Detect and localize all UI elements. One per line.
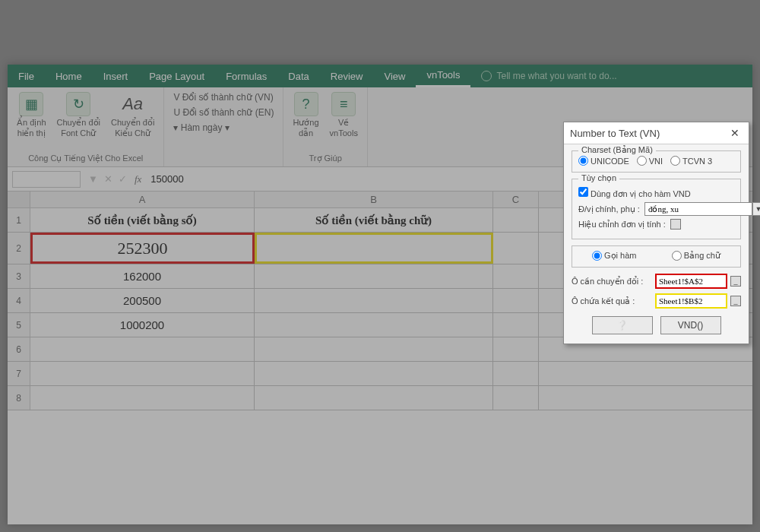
select-all-corner[interactable] (8, 192, 30, 207)
cell[interactable] (493, 362, 539, 385)
tell-me[interactable]: Tell me what you want to do... (470, 65, 752, 87)
cell[interactable] (30, 362, 255, 385)
cell-B5[interactable] (255, 313, 493, 337)
row-header[interactable]: 8 (8, 386, 30, 410)
radio-input[interactable] (592, 251, 602, 261)
btn-date-funcs[interactable]: ▾ Hàm ngày ▾ (170, 121, 277, 135)
cancel-icon[interactable]: ✕ (101, 173, 116, 185)
cell[interactable] (493, 233, 539, 264)
cell[interactable] (30, 337, 255, 361)
cell-A1[interactable]: Số tiền (viết bằng số) (30, 208, 255, 232)
help-button[interactable]: ❔ (592, 316, 653, 334)
tab-pagelayout[interactable]: Page Layout (138, 65, 215, 87)
cell[interactable] (255, 386, 493, 410)
cell-A5[interactable]: 1000200 (30, 313, 255, 337)
row-header[interactable]: 3 (8, 264, 30, 288)
dropdown-icon[interactable]: ▼ (752, 202, 760, 216)
close-icon[interactable]: ✕ (727, 127, 743, 139)
cell-B1[interactable]: Số tiền (viết bằng chữ) (255, 208, 493, 232)
tab-data[interactable]: Data (277, 65, 319, 87)
cell[interactable] (493, 208, 539, 232)
cell-A4[interactable]: 200500 (30, 289, 255, 312)
tell-me-text: Tell me what you want to do... (496, 71, 616, 81)
group-label (170, 153, 277, 165)
btn-convert-style[interactable]: AaChuyển đổi Kiểu Chữ (108, 90, 157, 141)
cell[interactable] (255, 337, 493, 361)
cell[interactable] (255, 362, 493, 385)
radio-input[interactable] (672, 251, 682, 261)
cell[interactable] (493, 264, 539, 288)
radio-input[interactable] (637, 156, 647, 166)
src-cell-label: Ô cần chuyển đổi : (572, 277, 652, 287)
row-header[interactable]: 2 (8, 233, 30, 264)
tab-home[interactable]: Home (45, 65, 93, 87)
radio-call-func[interactable]: Gọi hàm (592, 251, 636, 261)
range-picker-icon[interactable]: _ (730, 276, 741, 287)
btn-guide[interactable]: ?Hướng dẫn (290, 90, 321, 141)
btn-label: Chuyển đổi Kiểu Chữ (111, 118, 154, 139)
radio-input[interactable] (578, 156, 588, 166)
radio-tcvn3[interactable]: TCVN 3 (670, 156, 712, 166)
cell[interactable] (539, 386, 736, 410)
tab-formulas[interactable]: Formulas (215, 65, 277, 87)
font-aa-icon: Aa (121, 92, 145, 116)
radio-vni[interactable]: VNI (637, 156, 663, 166)
cell[interactable] (493, 313, 539, 337)
dropdown-icon[interactable]: ▼ (85, 173, 101, 185)
range-picker-icon[interactable]: _ (730, 296, 741, 306)
col-header-B[interactable]: B (255, 192, 493, 207)
row-header[interactable]: 4 (8, 289, 30, 312)
chk-use-unit[interactable]: Dùng đơn vị cho hàm VND (578, 187, 691, 199)
bulb-icon (481, 71, 492, 81)
radio-input[interactable] (670, 156, 680, 166)
btn-about[interactable]: ≡Về vnTools (327, 90, 361, 141)
tab-vntools[interactable]: vnTools (416, 65, 470, 87)
cell[interactable] (493, 337, 539, 361)
col-header-C[interactable]: C (493, 192, 539, 207)
tab-file[interactable]: File (8, 65, 45, 87)
cell[interactable] (493, 289, 539, 312)
ribbon-tabs: File Home Insert Page Layout Formulas Da… (8, 65, 752, 87)
btn-num2text-vn[interactable]: V Đổi số thành chữ (VN) (170, 90, 277, 104)
adjust-picker[interactable] (670, 219, 681, 230)
cell-B4[interactable] (255, 289, 493, 312)
row-header[interactable]: 7 (8, 362, 30, 385)
tab-view[interactable]: View (373, 65, 416, 87)
charset-fieldset: Charset (Bảng Mã) UNICODE VNI TCVN 3 (572, 150, 741, 173)
adjust-label: Hiệu chỉnh đơn vị tính : (578, 220, 666, 230)
unit-label: Đ/vị chính, phụ : (578, 204, 640, 214)
btn-convert-font[interactable]: ↻Chuyển đổi Font Chữ (54, 90, 103, 141)
unit-input[interactable] (644, 202, 752, 216)
name-box[interactable] (12, 171, 81, 188)
cell-A2[interactable]: 252300 (30, 233, 255, 264)
confirm-icon[interactable]: ✓ (116, 173, 130, 185)
cell-B3[interactable] (255, 264, 493, 288)
btn-num2text-en[interactable]: U Đổi số thành chữ (EN) (170, 106, 277, 119)
radio-table[interactable]: Bảng chữ (672, 251, 720, 261)
radio-label: TCVN 3 (682, 157, 712, 166)
btn-hide-show[interactable]: ▦Ẩn định hiển thị (14, 90, 49, 141)
table-row: 8 (8, 386, 752, 410)
cell-A3[interactable]: 162000 (30, 264, 255, 288)
btn-label: Chuyển đổi Font Chữ (57, 118, 100, 139)
cell[interactable] (30, 386, 255, 410)
tab-insert[interactable]: Insert (93, 65, 139, 87)
vnd-button[interactable]: VND() (660, 316, 721, 334)
excel-icon: ▦ (19, 92, 43, 116)
dst-cell-label: Ô chứa kết quả : (572, 296, 652, 306)
cell[interactable] (539, 362, 736, 385)
row-header[interactable]: 5 (8, 313, 30, 337)
cell-B2[interactable] (255, 233, 493, 264)
row-header[interactable]: 1 (8, 208, 30, 232)
group-label: Công Cụ Tiếng Việt Cho Excel (14, 152, 157, 165)
row-header[interactable]: 6 (8, 337, 30, 361)
cell[interactable] (493, 386, 539, 410)
fx-icon[interactable]: fx (130, 173, 146, 185)
dst-cell-input[interactable] (655, 293, 727, 309)
col-header-A[interactable]: A (30, 192, 255, 207)
radio-unicode[interactable]: UNICODE (578, 156, 629, 166)
checkbox-input[interactable] (578, 187, 588, 197)
src-cell-input[interactable] (655, 274, 727, 289)
table-row: 7 (8, 362, 752, 386)
tab-review[interactable]: Review (320, 65, 374, 87)
